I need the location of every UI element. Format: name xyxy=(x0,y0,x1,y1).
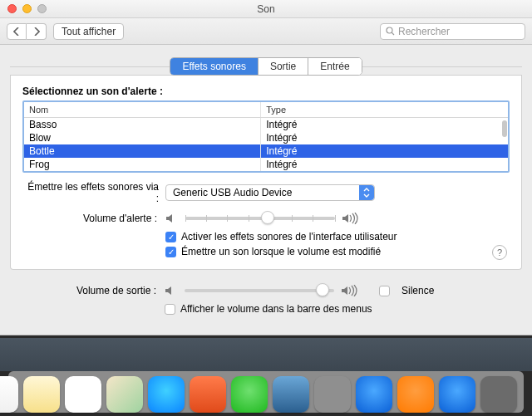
mute-checkbox[interactable] xyxy=(379,286,390,296)
tab-bar: Effets sonores Sortie Entrée xyxy=(10,57,522,76)
list-row[interactable]: Blow Intégré xyxy=(24,131,508,144)
ui-sounds-checkbox[interactable]: ✓ xyxy=(165,232,176,242)
list-header: Nom Type xyxy=(24,102,508,118)
slider-thumb[interactable] xyxy=(261,211,274,224)
ui-sounds-row: ✓ Activer les effets sonores de l'interf… xyxy=(22,231,510,242)
output-volume-slider[interactable] xyxy=(185,289,334,292)
output-volume-row: Volume de sortie : Silence xyxy=(22,285,510,296)
list-row-selected[interactable]: Bottle Intégré xyxy=(24,144,508,158)
dock-app-system-preferences[interactable] xyxy=(480,376,517,413)
chevron-right-icon xyxy=(33,27,40,36)
sound-effects-panel: Sélectionnez un son d'alerte : Nom Type … xyxy=(10,75,522,270)
alert-volume-label: Volume d'alerte : xyxy=(22,213,165,224)
show-all-label: Tout afficher xyxy=(62,26,116,37)
col-header-name[interactable]: Nom xyxy=(24,102,261,117)
select-chevrons-icon xyxy=(359,185,374,200)
alert-volume-slider[interactable] xyxy=(185,217,335,220)
content-area: Effets sonores Sortie Entrée Sélectionne… xyxy=(0,45,532,335)
dock-app-photos[interactable] xyxy=(273,376,309,413)
back-button[interactable] xyxy=(7,23,27,40)
chevron-left-icon xyxy=(13,27,20,36)
ui-sounds-label: Activer les effets sonores de l'interfac… xyxy=(181,231,397,242)
scrollbar-thumb[interactable] xyxy=(502,120,507,137)
dock-app-ibooks[interactable] xyxy=(397,376,434,413)
search-placeholder: Rechercher xyxy=(398,26,450,37)
svg-line-1 xyxy=(392,32,394,35)
speaker-low-icon xyxy=(165,285,178,296)
slider-thumb[interactable] xyxy=(316,283,329,296)
menubar-volume-label: Afficher le volume dans la barre des men… xyxy=(180,303,372,315)
alert-sound-heading: Sélectionnez un son d'alerte : xyxy=(22,86,510,97)
tab-output[interactable]: Sortie xyxy=(259,58,308,75)
help-button[interactable]: ? xyxy=(492,245,507,260)
search-icon xyxy=(386,27,395,36)
forward-button[interactable] xyxy=(27,23,47,40)
alert-volume-row: Volume d'alerte : xyxy=(22,213,510,224)
dock-app-launchpad[interactable] xyxy=(314,376,351,413)
dock-app-maps[interactable] xyxy=(106,376,143,413)
volume-feedback-label: Émettre un son lorsque le volume est mod… xyxy=(181,246,381,257)
window-title: Son xyxy=(0,3,532,15)
col-header-type[interactable]: Type xyxy=(261,102,508,117)
dock-app-messages-green[interactable] xyxy=(231,376,268,413)
nav-segment xyxy=(7,23,47,40)
toolbar: Tout afficher Rechercher xyxy=(0,18,532,45)
list-row[interactable]: Basso Intégré xyxy=(24,118,508,131)
dock-app-itunes[interactable] xyxy=(356,376,392,413)
output-device-label: Émettre les effets sonores via : xyxy=(22,181,165,204)
dock xyxy=(0,363,532,416)
svg-point-0 xyxy=(387,27,392,33)
volume-feedback-row: ✓ Émettre un son lorsque le volume est m… xyxy=(22,246,510,257)
dock-app-reminders[interactable] xyxy=(65,376,101,413)
dock-app-photo-booth[interactable] xyxy=(190,376,226,413)
speaker-high-icon xyxy=(342,213,360,224)
list-row[interactable]: Frog Intégré xyxy=(24,158,508,171)
dock-app-notes[interactable] xyxy=(23,376,60,413)
menubar-volume-row: Afficher le volume dans la barre des men… xyxy=(22,303,510,315)
dock-app-app-store[interactable] xyxy=(439,376,475,413)
dock-app-calendar[interactable] xyxy=(0,376,18,413)
preferences-window: Son Tout afficher Rechercher Effets sono… xyxy=(0,0,532,335)
output-device-row: Émettre les effets sonores via : Generic… xyxy=(22,181,510,204)
tab-sound-effects[interactable]: Effets sonores xyxy=(170,58,259,75)
alert-sound-list[interactable]: Nom Type Basso Intégré Blow Intégré xyxy=(22,100,510,173)
global-output-section: Volume de sortie : Silence xyxy=(10,270,522,325)
volume-feedback-checkbox[interactable]: ✓ xyxy=(165,247,176,257)
titlebar: Son xyxy=(0,0,532,18)
output-volume-label: Volume de sortie : xyxy=(22,285,165,296)
search-input[interactable]: Rechercher xyxy=(380,23,525,40)
menubar-volume-checkbox[interactable] xyxy=(165,304,175,315)
speaker-low-icon xyxy=(165,213,179,224)
output-device-select[interactable]: Generic USB Audio Device xyxy=(165,184,375,201)
mute-label: Silence xyxy=(401,285,434,296)
show-all-button[interactable]: Tout afficher xyxy=(53,23,124,40)
tab-input[interactable]: Entrée xyxy=(308,58,361,75)
dock-app-messages-blue[interactable] xyxy=(148,376,185,413)
speaker-high-icon xyxy=(341,285,359,296)
